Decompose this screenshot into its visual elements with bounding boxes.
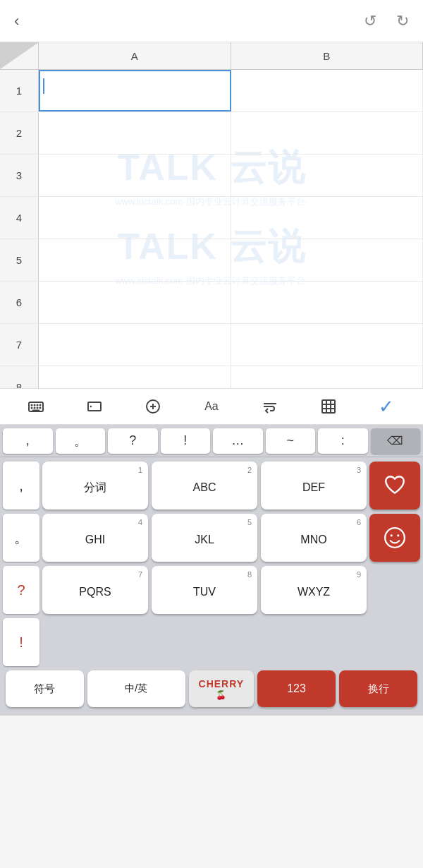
row-header-5: 5	[0, 239, 39, 281]
cell-b1[interactable]	[231, 70, 424, 111]
cell-b5[interactable]	[231, 239, 424, 281]
table-row: 8	[0, 366, 423, 388]
table-row: 4	[0, 197, 423, 239]
cherry-logo-icon: 🍒	[216, 690, 226, 700]
font-button[interactable]: Aa	[197, 392, 226, 421]
key-row-3: 7 PQRS 8 TUV 9 WXYZ	[42, 566, 367, 614]
lang-key[interactable]: 中/英	[87, 670, 185, 707]
svg-point-23	[397, 534, 399, 536]
row-header-6: 6	[0, 282, 39, 323]
table-row: 3	[0, 155, 423, 197]
row-header-2: 2	[0, 112, 39, 154]
cell-a4[interactable]	[39, 197, 231, 239]
key-row-1: 1 分词 2 ABC 3 DEF	[42, 462, 367, 510]
row-header-8: 8	[0, 366, 39, 388]
main-keys-area: 1 分词 2 ABC 3 DEF 4 GHI 5	[42, 462, 367, 666]
svg-point-22	[391, 534, 393, 536]
key-mno[interactable]: 6 MNO	[261, 514, 367, 562]
cell-b3[interactable]	[231, 155, 424, 196]
symbol-key[interactable]: 符号	[6, 670, 84, 707]
key-def[interactable]: 3 DEF	[261, 462, 367, 510]
cherry-brand-label: CHERRY	[199, 678, 245, 689]
table-row: 1	[0, 70, 423, 112]
keyboard-toggle-button[interactable]	[22, 392, 50, 421]
insert-button[interactable]	[139, 392, 167, 421]
delete-key[interactable]: ⌫	[371, 428, 421, 454]
space-key[interactable]: CHERRY 🍒	[189, 670, 254, 707]
grid-header: A B	[0, 42, 423, 70]
key-pqrs[interactable]: 7 PQRS	[42, 566, 148, 614]
textbox-button[interactable]	[80, 392, 109, 421]
right-btn-col	[369, 462, 420, 666]
punct-exclaim-key[interactable]: !	[161, 428, 211, 454]
undo-button[interactable]: ↺	[364, 12, 376, 30]
col-header-a[interactable]: A	[39, 42, 231, 69]
svg-rect-16	[322, 400, 335, 413]
keyboard-row-container: , 。 ? ! 1 分词 2 ABC 3 DEF	[3, 462, 420, 666]
emoji-button[interactable]	[369, 514, 420, 562]
key-fenci[interactable]: 1 分词	[42, 462, 148, 510]
wrap-button[interactable]	[256, 392, 284, 421]
cell-a6[interactable]	[39, 282, 231, 323]
key-ghi[interactable]: 4 GHI	[42, 514, 148, 562]
cell-a7[interactable]	[39, 324, 231, 366]
keyboard-main: , 。 ? ! 1 分词 2 ABC 3 DEF	[0, 457, 423, 716]
punct-period-key[interactable]: 。	[56, 428, 106, 454]
key-wxyz[interactable]: 9 WXYZ	[261, 566, 367, 614]
keyboard-bottom-row: 符号 中/英 CHERRY 🍒 123 换行	[3, 670, 420, 711]
grid-body: 1 2 3 4 5 6	[0, 70, 423, 388]
spreadsheet: TALK 云说 www.idctalk.com-国内专业云计算交流服务平台- T…	[0, 42, 423, 388]
cell-a5[interactable]	[39, 239, 231, 281]
corner-cell	[0, 42, 39, 69]
enter-key[interactable]: 换行	[339, 670, 417, 707]
left-exclaim-key[interactable]: !	[3, 618, 39, 666]
toolbar: Aa ✓	[0, 388, 423, 425]
punct-comma-key[interactable]: ,	[3, 428, 53, 454]
table-row: 2	[0, 112, 423, 155]
left-question-key[interactable]: ?	[3, 566, 39, 614]
cell-b7[interactable]	[231, 324, 424, 366]
col-header-b[interactable]: B	[231, 42, 424, 69]
cell-cursor	[43, 78, 44, 94]
back-button[interactable]: ‹	[14, 12, 19, 30]
key-abc[interactable]: 2 ABC	[152, 462, 257, 510]
left-comma-key[interactable]: ,	[3, 462, 39, 510]
table-button[interactable]	[314, 392, 343, 421]
key-jkl[interactable]: 5 JKL	[152, 514, 257, 562]
keyboard-punct-row: , 。 ? ! … ~ : ⌫	[0, 425, 423, 457]
key-tuv[interactable]: 8 TUV	[152, 566, 257, 614]
row-header-4: 4	[0, 197, 39, 239]
punct-question-key[interactable]: ?	[108, 428, 158, 454]
table-row: 6	[0, 282, 423, 324]
confirm-button[interactable]: ✓	[372, 392, 400, 421]
cell-b6[interactable]	[231, 282, 424, 323]
row-header-1: 1	[0, 70, 39, 111]
punct-colon-key[interactable]: :	[318, 428, 368, 454]
key-row-2: 4 GHI 5 JKL 6 MNO	[42, 514, 367, 562]
table-row: 5	[0, 239, 423, 282]
cell-a1[interactable]	[39, 70, 231, 111]
svg-rect-10	[88, 402, 101, 411]
redo-button[interactable]: ↻	[396, 12, 409, 30]
cell-b8[interactable]	[231, 366, 424, 388]
left-punct-col: , 。 ? !	[3, 462, 39, 666]
cell-a2[interactable]	[39, 112, 231, 154]
svg-point-21	[385, 528, 405, 548]
cell-b2[interactable]	[231, 112, 424, 154]
left-period-key[interactable]: 。	[3, 514, 39, 562]
heart-button[interactable]	[369, 462, 420, 510]
cell-b4[interactable]	[231, 197, 424, 239]
punct-tilde-key[interactable]: ~	[266, 428, 316, 454]
row-header-3: 3	[0, 155, 39, 196]
table-row: 7	[0, 324, 423, 366]
row-header-7: 7	[0, 324, 39, 366]
punct-ellipsis-key[interactable]: …	[213, 428, 263, 454]
top-bar: ‹ ↺ ↻	[0, 0, 423, 42]
cell-a3[interactable]	[39, 155, 231, 196]
num123-key[interactable]: 123	[257, 670, 336, 707]
cell-a8[interactable]	[39, 366, 231, 388]
